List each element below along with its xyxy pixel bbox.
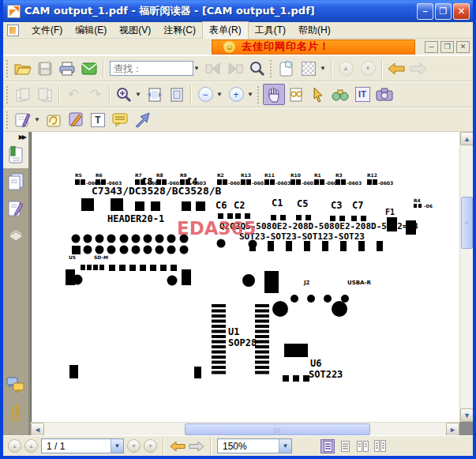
toolbar-grip[interactable]	[257, 86, 261, 103]
zoom-dropdown-arrow[interactable]: ▼	[135, 91, 144, 98]
hand-icon	[267, 87, 281, 103]
pencil-tool-button[interactable]	[65, 109, 87, 130]
find-dropdown-arrow[interactable]: ▼	[193, 65, 202, 72]
facing-layout-button[interactable]	[355, 439, 369, 453]
mdi-restore-button[interactable]: ❒	[440, 41, 454, 53]
minimize-button[interactable]: –	[417, 3, 433, 20]
find-previous-button[interactable]	[202, 58, 224, 79]
scroll-down-arrow[interactable]: ▼	[460, 408, 473, 422]
minus-circle-icon: −	[198, 87, 213, 102]
note-tool-button[interactable]	[12, 109, 34, 130]
separator	[210, 437, 212, 456]
vertical-scroll-thumb[interactable]: ≡	[461, 197, 473, 249]
ad-banner-text: 去佳印网印名片！	[242, 40, 330, 54]
reading-mode-button[interactable]	[285, 84, 307, 105]
scroll-down-button[interactable]: ▼	[357, 58, 379, 79]
tab-pages[interactable]	[3, 168, 28, 195]
tab-comments[interactable]	[3, 372, 28, 399]
zoom-out-button[interactable]: −	[194, 84, 216, 105]
previous-page-button[interactable]	[12, 84, 34, 105]
page-number-combo[interactable]: 1 / 1 ▼	[41, 438, 124, 453]
print-button[interactable]	[56, 58, 78, 79]
continuous-icon	[341, 441, 350, 452]
ad-banner[interactable]: ☺ 去佳印网印名片！	[212, 40, 415, 55]
email-button[interactable]	[78, 58, 100, 79]
continuous-layout-button[interactable]	[338, 439, 352, 453]
mdi-minimize-button[interactable]: ─	[425, 41, 438, 53]
attach-note-button[interactable]	[43, 109, 65, 130]
open-button[interactable]	[12, 58, 34, 79]
next-view-button[interactable]	[407, 58, 429, 79]
find-input[interactable]	[110, 61, 193, 76]
single-page-layout-button[interactable]	[320, 439, 335, 453]
tab-layers[interactable]	[3, 222, 28, 246]
toolbar-grip[interactable]	[6, 86, 10, 103]
zoom-combo-arrow[interactable]: ▼	[279, 439, 291, 453]
binoculars-search-button[interactable]	[329, 84, 351, 105]
arrow-tool-button[interactable]	[131, 109, 153, 130]
zoom-tool-button[interactable]	[113, 84, 135, 105]
menu-edit[interactable]: 编辑(E)	[69, 22, 113, 39]
snapshot-button[interactable]	[373, 84, 395, 105]
main-area: ▶▶ R5-0603R6-0603R7-06	[3, 132, 473, 435]
maximize-button[interactable]: ❒	[435, 3, 452, 20]
pdf-page[interactable]: R5-0603R6-0603R7-0603R8-0603R9-0603R2-06…	[31, 132, 459, 422]
last-page-button[interactable]: ▼	[144, 439, 157, 453]
horizontal-scrollbar[interactable]: ◄ ||| ►	[31, 422, 459, 435]
note-dropdown-arrow[interactable]: ▼	[34, 116, 43, 123]
typewriter-button[interactable]: T	[87, 109, 109, 130]
sidebar-expand-button[interactable]: ▶▶	[3, 132, 28, 141]
scroll-left-arrow[interactable]: ◄	[31, 423, 44, 435]
undo-button[interactable]: ↶	[62, 84, 84, 105]
scroll-right-arrow[interactable]: ►	[446, 423, 459, 435]
page-combo-arrow[interactable]: ▼	[111, 439, 123, 453]
svg-text:C7343/DC3528/BC3528/B: C7343/DC3528/BC3528/B	[92, 185, 222, 197]
previous-view-button[interactable]	[385, 58, 407, 79]
toolbar-grip[interactable]	[270, 60, 274, 77]
menu-view[interactable]: 视图(V)	[113, 22, 157, 39]
toolbar-grip[interactable]	[6, 111, 10, 129]
select-annotation-button[interactable]	[275, 58, 298, 79]
zoom-in-button[interactable]: +	[225, 84, 247, 105]
vertical-scrollbar[interactable]: ▲ ≡ ▼	[459, 132, 473, 422]
next-page-button[interactable]	[34, 84, 56, 105]
tab-annotations[interactable]	[3, 195, 28, 222]
window-title: CAM output_1.pdf - 福昕阅读器 - [CAM output_1…	[24, 4, 417, 18]
comment-bubble-button[interactable]	[109, 109, 131, 130]
tab-attachments[interactable]	[3, 399, 28, 427]
select-tool-button[interactable]	[307, 84, 329, 105]
find-next-button[interactable]	[224, 58, 246, 79]
zoom-in-dropdown-arrow[interactable]: ▼	[247, 91, 256, 98]
history-forward-icon[interactable]	[189, 441, 204, 452]
first-page-button[interactable]: ▲	[8, 439, 21, 453]
previous-page-button[interactable]: ▲	[24, 439, 38, 453]
pattern-dropdown-arrow[interactable]: ▼	[320, 65, 328, 72]
menu-file[interactable]: 文件(F)	[25, 22, 69, 39]
select-text-button[interactable]: IT	[351, 84, 373, 105]
zoom-out-dropdown-arrow[interactable]: ▼	[216, 91, 225, 98]
fit-width-button[interactable]	[144, 84, 166, 105]
scroll-up-button[interactable]: ▲	[335, 58, 357, 79]
hand-tool-button[interactable]	[263, 84, 285, 105]
zoom-level-combo[interactable]: 150% ▼	[217, 438, 292, 453]
search-button[interactable]	[246, 58, 268, 79]
history-back-icon[interactable]	[170, 441, 186, 452]
tab-bookmarks[interactable]	[3, 141, 28, 168]
menu-help[interactable]: 帮助(H)	[292, 22, 337, 39]
menu-comment[interactable]: 注释(C)	[157, 22, 202, 39]
scroll-up-arrow[interactable]: ▲	[460, 132, 473, 145]
pattern-fill-button[interactable]	[298, 58, 320, 79]
svg-text:F1: F1	[385, 208, 395, 216]
save-button[interactable]	[34, 58, 56, 79]
mdi-close-button[interactable]: ✕	[456, 41, 470, 53]
close-button[interactable]: ✕	[453, 3, 470, 20]
toolbar-grip[interactable]	[6, 60, 10, 77]
fit-page-button[interactable]	[166, 84, 188, 105]
redo-button[interactable]: ↷	[84, 84, 107, 105]
menu-tools[interactable]: 工具(T)	[249, 22, 292, 39]
menu-form[interactable]: 表单(R)	[202, 21, 249, 40]
horizontal-scroll-thumb[interactable]: |||	[185, 423, 370, 435]
next-page-button[interactable]: ▼	[127, 439, 141, 453]
svg-text:-06: -06	[424, 203, 433, 209]
continuous-facing-layout-button[interactable]	[373, 439, 387, 453]
